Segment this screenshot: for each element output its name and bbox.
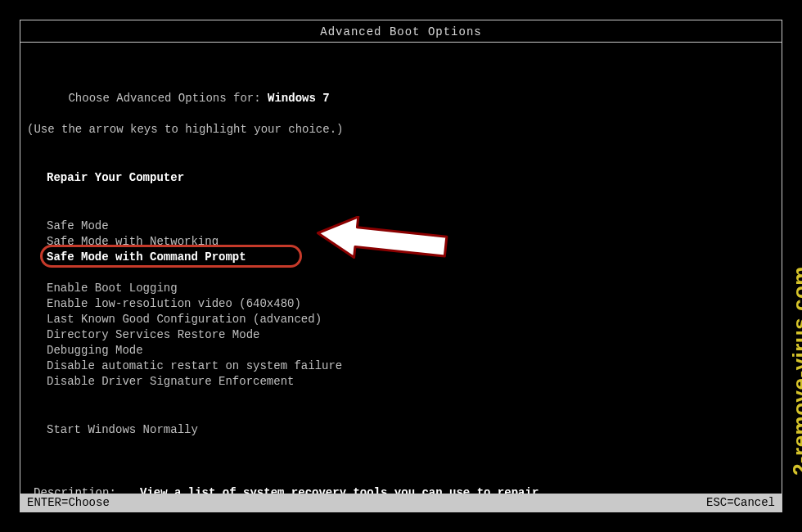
footer-enter: ENTER=Choose xyxy=(27,496,110,509)
intro-line: Choose Advanced Options for: Windows 7 xyxy=(27,75,775,122)
menu-last-known-good[interactable]: Last Known Good Configuration (advanced) xyxy=(27,312,775,327)
menu-start-windows-normally[interactable]: Start Windows Normally xyxy=(27,422,775,438)
boot-options-window: Advanced Boot Options Choose Advanced Op… xyxy=(20,20,782,512)
footer-esc: ESC=Cancel xyxy=(706,496,775,509)
menu-safe-mode-networking[interactable]: Safe Mode with Networking xyxy=(27,234,775,250)
watermark-text: 2-remove-virus.com xyxy=(788,266,803,476)
menu-safe-mode[interactable]: Safe Mode xyxy=(27,219,775,234)
intro-os: Windows 7 xyxy=(268,92,330,105)
menu-disable-driver-sig[interactable]: Disable Driver Signature Enforcement xyxy=(27,374,775,390)
menu-safe-mode-command-prompt[interactable]: Safe Mode with Command Prompt xyxy=(27,250,775,265)
intro-prefix: Choose Advanced Options for: xyxy=(68,92,268,105)
intro-hint: (Use the arrow keys to highlight your ch… xyxy=(27,122,775,138)
menu-low-res-video[interactable]: Enable low-resolution video (640x480) xyxy=(27,296,775,312)
window-title: Advanced Boot Options xyxy=(20,20,782,43)
menu-disable-auto-restart[interactable]: Disable automatic restart on system fail… xyxy=(27,358,775,374)
footer-bar: ENTER=Choose ESC=Cancel xyxy=(20,494,782,512)
body-area: Choose Advanced Options for: Windows 7 (… xyxy=(20,43,782,512)
menu-directory-services-restore[interactable]: Directory Services Restore Mode xyxy=(27,327,775,343)
menu-repair-your-computer[interactable]: Repair Your Computer xyxy=(27,170,775,186)
menu-debugging-mode[interactable]: Debugging Mode xyxy=(27,343,775,358)
menu-enable-boot-logging[interactable]: Enable Boot Logging xyxy=(27,281,775,296)
